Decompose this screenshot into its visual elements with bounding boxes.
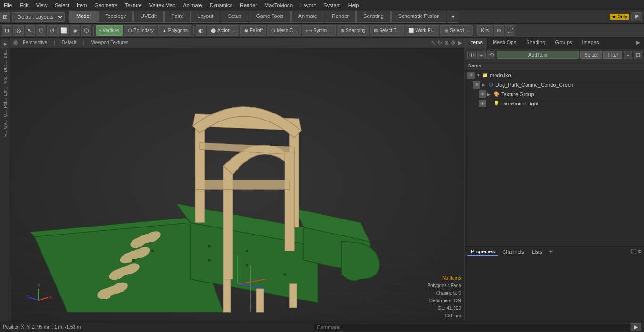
sidebar-label-de[interactable]: De... — [3, 49, 8, 59]
menu-file[interactable]: File — [0, 1, 16, 9]
tab-topology[interactable]: Topology — [98, 11, 133, 23]
tab-model[interactable]: Model — [69, 11, 98, 23]
prop-tab-properties[interactable]: Properties — [467, 248, 498, 256]
sidebar-label-pol[interactable]: Pol... — [3, 97, 8, 109]
toolbar-action-btn[interactable]: ⬤ Action ... — [207, 25, 239, 36]
viewport-default-label[interactable]: Default — [60, 40, 79, 46]
viewport-settings-icon[interactable]: ⚙ — [451, 40, 456, 46]
layout-grid-icon[interactable]: ⊞ — [0, 12, 10, 22]
layout-tab-add[interactable]: + — [447, 11, 459, 23]
tree-expand-light[interactable]: ▶ — [487, 101, 493, 106]
toolbar-mesh-icon[interactable]: ⬡ — [81, 25, 91, 36]
menu-help[interactable]: Help — [345, 1, 363, 9]
viewport-zoom-icon[interactable]: ⊕ — [444, 40, 449, 46]
tree-expand-texture[interactable]: ▶ — [487, 92, 493, 97]
layout-icon-button[interactable]: ⊞ — [631, 12, 642, 21]
items-filter-icon[interactable]: ⟲ — [487, 51, 495, 59]
sidebar-label-uv[interactable]: UV... — [3, 119, 8, 130]
layout-dropdown[interactable]: Default Layouts — [12, 12, 65, 22]
properties-expand-icon[interactable]: ⛶ — [631, 249, 636, 255]
star-only-badge[interactable]: ★ Only — [610, 14, 629, 20]
toolbar-selecti-btn[interactable]: ▤ Selecti ... — [440, 25, 473, 36]
panel-tab-items[interactable]: Items — [465, 38, 488, 49]
items-minus-icon[interactable]: − — [624, 51, 632, 59]
menu-maxtomodo[interactable]: MaxToModo — [261, 1, 297, 9]
tree-vis-texture[interactable]: 👁 — [479, 90, 486, 98]
toolbar-expand-icon[interactable]: ⛶ — [505, 25, 515, 36]
items-visibility-icon[interactable]: 👁 — [467, 51, 476, 59]
viewport-rotate-icon[interactable]: ↻ — [438, 40, 442, 46]
panel-tab-shading[interactable]: Shading — [521, 38, 550, 49]
toolbar-select-icon[interactable]: ⬡ — [36, 25, 46, 36]
toolbar-hex-icon[interactable]: ◈ — [70, 25, 80, 36]
items-expand-icon[interactable]: ⊡ — [634, 51, 642, 59]
prop-tab-lists[interactable]: Lists — [528, 248, 546, 256]
add-item-button[interactable]: Add Item — [497, 51, 579, 59]
toolbar-work-pl-btn[interactable]: ⬜ Work Pl... — [405, 25, 439, 36]
viewport-dot[interactable] — [13, 40, 18, 45]
toolbar-select-t-btn[interactable]: ⊠ Select T... — [370, 25, 404, 36]
menu-select[interactable]: Select — [51, 1, 73, 9]
tree-vis-root[interactable]: 👁 — [467, 72, 475, 79]
command-go-button[interactable]: ▶ — [631, 323, 641, 331]
tree-item-texture[interactable]: 👁 ▶ 🎨 Texture Group — [465, 89, 644, 99]
menu-render[interactable]: Render — [236, 1, 261, 9]
viewport-perspective-label[interactable]: Perspective — [21, 40, 49, 46]
menu-edit[interactable]: Edit — [16, 1, 33, 9]
menu-view[interactable]: View — [33, 1, 51, 9]
viewport-expand-icon[interactable]: ▶ — [458, 40, 462, 46]
toolbar-falloff-btn[interactable]: ◉ Falloff — [240, 25, 266, 36]
menu-layout[interactable]: Layout — [297, 1, 320, 9]
toolbar-mesh-btn[interactable]: ⬡ Mesh C... — [267, 25, 301, 36]
menu-geometry[interactable]: Geometry — [91, 1, 121, 9]
viewport-canvas[interactable]: X Z Y No Items Polygons : Face Channels:… — [10, 48, 465, 322]
menu-animate[interactable]: Animate — [179, 1, 206, 9]
sidebar-label-dup[interactable]: Dup... — [3, 60, 8, 73]
filter-button[interactable]: Filter — [603, 51, 622, 59]
tree-item-light[interactable]: 👁 ▶ 💡 Directional Light — [465, 99, 644, 108]
tab-setup[interactable]: Setup — [221, 11, 248, 23]
tree-item-mesh[interactable]: 👁 ▶ ⬡ Dog_Park_Canine_Condo_Green — [465, 80, 644, 89]
panel-tab-more[interactable]: ▶ — [633, 38, 644, 49]
tab-paint[interactable]: Paint — [164, 11, 190, 23]
toolbar-snapping-btn[interactable]: ⊕ Snapping — [337, 25, 369, 36]
tree-item-root[interactable]: 👁 ▼ 📁 modo.lxo — [465, 71, 644, 80]
prop-tab-add[interactable]: + — [546, 248, 555, 255]
toolbar-settings-icon[interactable]: ⚙ — [494, 25, 504, 36]
menu-vertex-map[interactable]: Vertex Map — [146, 1, 180, 9]
menu-item[interactable]: Item — [73, 1, 91, 9]
viewport-texture-label[interactable]: Viewport Textures — [89, 40, 130, 46]
menu-system[interactable]: System — [320, 1, 345, 9]
panel-tab-groups[interactable]: Groups — [550, 38, 577, 49]
toolbar-box-icon[interactable]: ⬜ — [58, 25, 69, 36]
tab-scripting[interactable]: Scripting — [356, 11, 391, 23]
tab-layout[interactable]: Layout — [190, 11, 220, 23]
menu-texture[interactable]: Texture — [121, 1, 146, 9]
sidebar-top-btn[interactable]: ▶ — [1, 40, 9, 48]
menu-dynamics[interactable]: Dynamics — [206, 1, 236, 9]
toolbar-polygons-btn[interactable]: ▲ Polygons — [158, 25, 191, 36]
tree-vis-light[interactable]: 👁 — [479, 100, 486, 107]
toolbar-circle-icon[interactable]: ◎ — [13, 25, 24, 36]
toolbar-boundary-btn[interactable]: ⬡ Boundary — [124, 25, 157, 36]
properties-settings-icon[interactable]: ⚙ — [637, 249, 642, 255]
toolbar-kits-btn[interactable]: Kits — [477, 25, 493, 36]
prop-tab-channels[interactable]: Channels — [498, 248, 528, 256]
toolbar-arrow-icon[interactable]: ↖ — [25, 25, 35, 36]
tab-render[interactable]: Render — [325, 11, 356, 23]
tab-animate[interactable]: Animate — [291, 11, 324, 23]
toolbar-grid-icon[interactable]: ⊡ — [2, 25, 12, 36]
toolbar-rotate-icon[interactable]: ↺ — [47, 25, 58, 36]
sidebar-label-mo[interactable]: Mo... — [3, 73, 8, 85]
toolbar-extra-icon[interactable]: ◐ — [196, 25, 206, 36]
tree-expand-mesh[interactable]: ▶ — [482, 82, 487, 87]
viewport[interactable]: Perspective | Default | Viewport Texture… — [10, 38, 465, 322]
sidebar-label-em[interactable]: Em... — [3, 85, 8, 97]
viewport-move-icon[interactable]: ⤡ — [431, 40, 436, 46]
sidebar-label-c[interactable]: C... — [3, 110, 8, 118]
command-input[interactable] — [314, 324, 631, 331]
tab-schematic-fusion[interactable]: Schematic Fusion — [391, 11, 446, 23]
panel-tab-images[interactable]: Images — [578, 38, 604, 49]
tab-uvedit[interactable]: UVEdit — [133, 11, 164, 23]
items-add-icon[interactable]: + — [477, 51, 486, 59]
